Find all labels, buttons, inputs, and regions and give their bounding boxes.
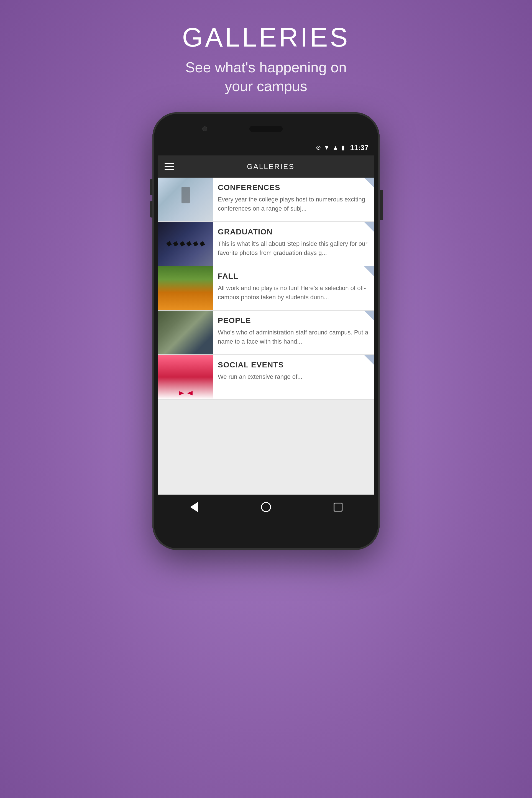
conferences-image bbox=[158, 177, 213, 222]
speaker bbox=[249, 126, 283, 132]
conferences-description: Every year the college plays host to num… bbox=[218, 195, 369, 213]
list-item[interactable]: CONFERENCES Every year the college plays… bbox=[158, 177, 374, 222]
conferences-title: CONFERENCES bbox=[218, 183, 369, 192]
people-description: Who's who of administration staff around… bbox=[218, 328, 369, 346]
nav-home-button[interactable] bbox=[259, 500, 273, 514]
list-item[interactable]: PEOPLE Who's who of administration staff… bbox=[158, 310, 374, 355]
social-events-description: We run an extensive range of... bbox=[218, 372, 369, 381]
wifi-icon: ▼ bbox=[324, 144, 330, 151]
signal-icon: ▲ bbox=[332, 144, 339, 151]
social-events-content: SOCIAL EVENTS We run an extensive range … bbox=[213, 355, 374, 399]
graduation-image bbox=[158, 222, 213, 266]
phone-frame: ⊘ ▼ ▲ ▮ 11:37 GALLERIES bbox=[152, 112, 380, 550]
status-icons: ⊘ ▼ ▲ ▮ 11:37 bbox=[316, 144, 368, 152]
people-title: PEOPLE bbox=[218, 316, 369, 325]
nav-back-button[interactable] bbox=[187, 500, 201, 514]
graduation-content: GRADUATION This is what it's all about! … bbox=[213, 222, 374, 266]
people-image bbox=[158, 310, 213, 355]
status-bar: ⊘ ▼ ▲ ▮ 11:37 bbox=[158, 140, 374, 155]
phone-top-bar bbox=[158, 118, 374, 140]
phone-screen: ⊘ ▼ ▲ ▮ 11:37 GALLERIES bbox=[158, 140, 374, 519]
people-content: PEOPLE Who's who of administration staff… bbox=[213, 310, 374, 355]
list-item[interactable]: FALL All work and no play is no fun! Her… bbox=[158, 266, 374, 310]
no-sim-icon: ⊘ bbox=[316, 144, 321, 151]
phone-bottom-nav bbox=[158, 495, 374, 519]
page-subtitle: See what's happening onyour campus bbox=[182, 58, 350, 96]
page-title: GALLERIES bbox=[182, 22, 350, 53]
battery-icon: ▮ bbox=[341, 144, 345, 151]
list-item[interactable]: GRADUATION This is what it's all about! … bbox=[158, 222, 374, 266]
status-time: 11:37 bbox=[350, 144, 369, 152]
conferences-content: CONFERENCES Every year the college plays… bbox=[213, 177, 374, 222]
fall-content: FALL All work and no play is no fun! Her… bbox=[213, 266, 374, 310]
camera bbox=[202, 126, 207, 131]
fall-description: All work and no play is no fun! Here's a… bbox=[218, 283, 369, 302]
app-header-title: GALLERIES bbox=[174, 163, 367, 171]
graduation-description: This is what it's all about! Step inside… bbox=[218, 239, 369, 258]
list-item[interactable]: SOCIAL EVENTS We run an extensive range … bbox=[158, 355, 374, 400]
social-events-title: SOCIAL EVENTS bbox=[218, 360, 369, 369]
hamburger-menu-button[interactable] bbox=[165, 163, 174, 170]
social-events-image bbox=[158, 355, 213, 399]
graduation-title: GRADUATION bbox=[218, 227, 369, 236]
content-list[interactable]: CONFERENCES Every year the college plays… bbox=[158, 177, 374, 495]
nav-recent-button[interactable] bbox=[331, 500, 345, 514]
page-header: GALLERIES See what's happening onyour ca… bbox=[182, 22, 350, 96]
app-header: GALLERIES bbox=[158, 155, 374, 177]
fall-image bbox=[158, 266, 213, 310]
fall-title: FALL bbox=[218, 272, 369, 281]
